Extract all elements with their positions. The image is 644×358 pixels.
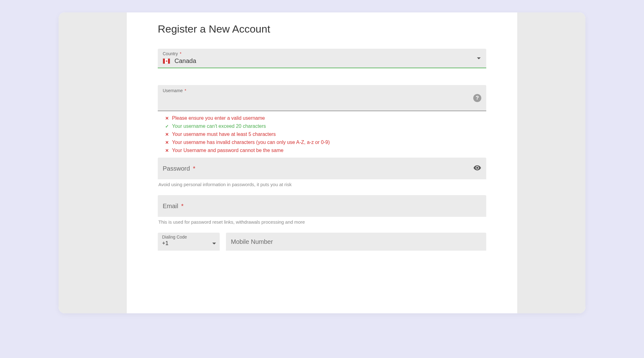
- password-input[interactable]: Password *: [158, 158, 486, 179]
- country-name: Canada: [174, 57, 196, 65]
- page-title: Register a New Account: [158, 23, 486, 35]
- username-label-text: Username: [163, 88, 183, 93]
- validation-item: ✕Your Username and password cannot be th…: [164, 148, 486, 153]
- email-label-text: Email: [163, 203, 178, 209]
- right-gutter: [517, 12, 585, 313]
- x-icon: ✕: [164, 116, 170, 121]
- dialing-code-select[interactable]: Dialing Code +1: [158, 233, 220, 251]
- mobile-label: Mobile Number: [231, 238, 273, 245]
- country-label: Country *: [163, 51, 481, 56]
- required-asterisk: *: [181, 203, 184, 209]
- canada-flag-icon: ✦: [163, 58, 170, 64]
- eye-icon[interactable]: [473, 164, 481, 173]
- dialing-code-value: +1: [162, 240, 215, 247]
- country-select[interactable]: Country * ✦ Canada: [158, 49, 486, 68]
- email-label: Email *: [163, 203, 183, 210]
- country-label-text: Country: [163, 51, 178, 56]
- validation-item: ✓Your username can't exceed 20 character…: [164, 123, 486, 129]
- dialing-code-label: Dialing Code: [162, 235, 215, 239]
- password-label-text: Password: [163, 165, 190, 172]
- username-input[interactable]: Username * ?: [158, 85, 486, 111]
- validation-item: ✕Your username has invalid characters (y…: [164, 140, 486, 145]
- email-input[interactable]: Email *: [158, 195, 486, 217]
- chevron-down-icon: [477, 57, 481, 59]
- validation-item: ✕Your username must have at least 5 char…: [164, 132, 486, 137]
- validation-item: ✕Please ensure you enter a valid usernam…: [164, 115, 486, 121]
- username-validation-list: ✕Please ensure you enter a valid usernam…: [164, 115, 486, 153]
- password-helper: Avoid using personal information in pass…: [158, 182, 486, 187]
- left-gutter: [59, 12, 127, 313]
- check-icon: ✓: [164, 124, 170, 129]
- validation-text: Your username has invalid characters (yo…: [172, 140, 330, 145]
- help-icon[interactable]: ?: [473, 94, 481, 102]
- required-asterisk: *: [180, 51, 181, 56]
- validation-text: Your username must have at least 5 chara…: [172, 132, 276, 137]
- phone-row: Dialing Code +1 Mobile Number: [158, 233, 486, 253]
- validation-text: Your Username and password cannot be the…: [172, 148, 284, 153]
- x-icon: ✕: [164, 132, 170, 137]
- required-asterisk: *: [184, 88, 186, 93]
- form-panel: Register a New Account Country * ✦ Canad…: [127, 12, 517, 313]
- x-icon: ✕: [164, 148, 170, 153]
- x-icon: ✕: [164, 140, 170, 145]
- registration-card: Register a New Account Country * ✦ Canad…: [59, 12, 585, 313]
- validation-text: Please ensure you enter a valid username: [172, 115, 265, 121]
- chevron-down-icon: [212, 243, 216, 244]
- username-label: Username *: [163, 88, 481, 93]
- email-helper: This is used for password reset links, w…: [158, 219, 486, 225]
- mobile-number-input[interactable]: Mobile Number: [226, 233, 486, 251]
- country-value: ✦ Canada: [163, 57, 481, 65]
- validation-text: Your username can't exceed 20 characters: [172, 123, 266, 129]
- password-label: Password *: [163, 165, 195, 172]
- required-asterisk: *: [193, 165, 195, 172]
